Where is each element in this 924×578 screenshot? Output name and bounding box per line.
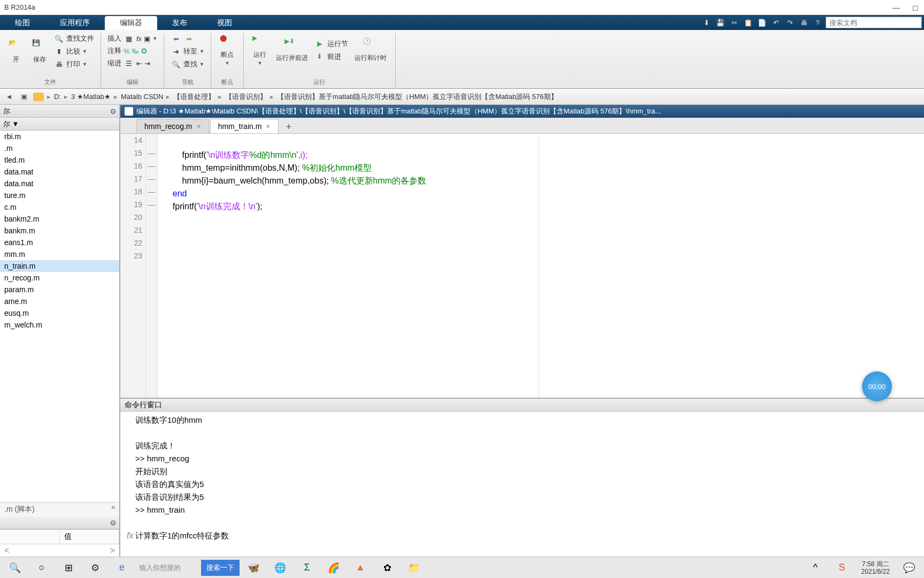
file-item[interactable]: ame.m: [0, 295, 119, 307]
path-seg-3[interactable]: 【语音处理】: [173, 92, 215, 102]
window-title: B R2014a: [4, 3, 35, 11]
tb-search-button[interactable]: 搜索一下: [201, 560, 240, 576]
ws-col-value: 值: [60, 530, 120, 544]
file-item[interactable]: c.m: [0, 201, 119, 213]
editor-tab-0[interactable]: hmm_recog.m×: [136, 119, 209, 133]
file-item[interactable]: rbi.m: [0, 131, 119, 142]
expand-icon[interactable]: ^: [111, 505, 115, 514]
open-button[interactable]: 📂开: [6, 38, 26, 65]
new-tab-button[interactable]: +: [280, 120, 298, 133]
qat-copy-icon[interactable]: 📋: [742, 17, 754, 28]
path-seg-0[interactable]: D:: [54, 93, 61, 101]
taskview-icon[interactable]: ⊞: [56, 558, 81, 577]
group-break-label: 断点: [218, 77, 237, 86]
file-list[interactable]: rbi.m.mtled.mdata.matdata.matture.mc.mba…: [0, 131, 119, 502]
insert-button[interactable]: 插入 ▦ fx ▣ ▼: [107, 33, 157, 44]
app-icon-5[interactable]: ✿: [374, 558, 400, 577]
qat-icon-1[interactable]: ⬇: [700, 17, 712, 28]
code-editor[interactable]: 14151617181920212223 ————— fprintf('\n训练…: [120, 134, 924, 399]
file-item[interactable]: .m: [0, 142, 119, 154]
panel-dropdown-icon[interactable]: ⊙: [110, 107, 116, 115]
path-bar: ◄ ▣ ▸ D:▸ 3 ★Matlab★▸ Matalb CSDN▸ 【语音处理…: [0, 89, 924, 105]
qat-paste-icon[interactable]: 📄: [756, 17, 768, 28]
path-seg-5[interactable]: 【语音识别】基于matlab隐马尔可夫模型（HMM）孤立字语音识别【含Matla…: [277, 92, 557, 102]
ws-left-arrow[interactable]: <: [4, 546, 9, 556]
cmd-header: 命令行窗口: [120, 399, 924, 412]
qat-save-icon[interactable]: 💾: [714, 17, 726, 28]
find-files-button[interactable]: 🔍查找文件: [53, 33, 94, 44]
matlab-icon[interactable]: ▲: [348, 558, 373, 577]
file-item[interactable]: bankm.m: [0, 225, 119, 237]
app-icon-3[interactable]: Σ: [294, 558, 320, 577]
path-back-button[interactable]: ◄: [3, 91, 15, 103]
tab-editor[interactable]: 编辑器: [105, 16, 157, 30]
path-seg-4[interactable]: 【语音识别】: [225, 92, 267, 102]
path-seg-2[interactable]: Matalb CSDN: [121, 93, 163, 101]
file-item[interactable]: n_train.m: [0, 260, 119, 272]
nav-back-button[interactable]: ⬅ ➡: [171, 33, 204, 44]
file-item[interactable]: eans1.m: [0, 237, 119, 248]
tray-app-icon[interactable]: S: [829, 558, 855, 577]
file-item[interactable]: param.m: [0, 284, 119, 295]
clock[interactable]: 7:58 周二 2021/6/22: [856, 560, 895, 575]
file-item[interactable]: tled.m: [0, 154, 119, 166]
compare-button[interactable]: ⬍比较 ▼: [53, 46, 94, 57]
qat-print-icon[interactable]: 🖶: [798, 17, 810, 28]
app-icon-1[interactable]: 🦋: [241, 558, 266, 577]
file-item[interactable]: ture.m: [0, 189, 119, 201]
file-item[interactable]: bankm2.m: [0, 213, 119, 225]
run-button[interactable]: ▶运行▼: [250, 33, 270, 67]
app-icon-2[interactable]: 🌐: [267, 558, 293, 577]
editor-tab-1[interactable]: hmm_train.m×: [210, 119, 279, 133]
run-advance-button[interactable]: ▶⬇运行并前进: [274, 36, 310, 64]
file-item[interactable]: eusq.m: [0, 307, 119, 319]
file-item[interactable]: data.mat: [0, 166, 119, 178]
ie-icon[interactable]: e: [109, 558, 135, 577]
qat-redo-icon[interactable]: ↷: [784, 17, 796, 28]
obs-icon[interactable]: ⚙: [82, 558, 108, 577]
explorer-icon[interactable]: 📁: [401, 558, 427, 577]
minimize-button[interactable]: —: [892, 3, 900, 12]
file-item[interactable]: data.mat: [0, 178, 119, 189]
breakpoint-button[interactable]: ⬤断点▼: [218, 33, 237, 67]
qat-cut-icon[interactable]: ✂: [728, 17, 740, 28]
search-task-icon[interactable]: 🔍: [2, 558, 28, 577]
advance-button[interactable]: ⬇前进: [314, 51, 348, 62]
cortana-icon[interactable]: ○: [29, 558, 55, 577]
close-tab-icon[interactable]: ×: [266, 122, 270, 131]
path-up-button[interactable]: ▣: [18, 91, 30, 103]
compare-icon: ⬍: [53, 46, 64, 57]
file-item[interactable]: mm.m: [0, 248, 119, 260]
command-window[interactable]: 命令行窗口 训练数字10的hmm 训练完成！>> hmm_recog开始识别该语…: [120, 399, 924, 557]
group-file-label: 文件: [6, 77, 94, 86]
notifications-icon[interactable]: 💬: [896, 558, 922, 577]
qat-undo-icon[interactable]: ↶: [770, 17, 782, 28]
tb-search-input[interactable]: 输入你想搜的: [136, 560, 200, 576]
maximize-button[interactable]: ◻: [911, 3, 920, 12]
tab-view[interactable]: 视图: [202, 16, 247, 30]
tab-apps[interactable]: 应用程序: [45, 16, 105, 30]
indent-button[interactable]: 缩进 ☰ ⇤ ⇥: [107, 58, 157, 69]
search-docs-input[interactable]: [826, 17, 922, 28]
path-seg-1[interactable]: 3 ★Matlab★: [71, 93, 111, 101]
tab-publish[interactable]: 发布: [157, 16, 202, 30]
goto-button[interactable]: ➜转至 ▼: [171, 46, 204, 57]
fx-prompt-icon: fx: [127, 531, 133, 541]
app-icon-4[interactable]: 🌈: [321, 558, 346, 577]
name-col-dropdown[interactable]: 尔 ▼: [3, 119, 19, 129]
find-button[interactable]: 🔍查找 ▼: [171, 59, 204, 70]
close-tab-icon[interactable]: ×: [196, 122, 201, 131]
qat-help-icon[interactable]: ?: [812, 17, 823, 28]
save-button[interactable]: 💾保存: [30, 38, 49, 65]
recording-timer[interactable]: 00:00: [862, 371, 892, 401]
print-button[interactable]: 🖶打印 ▼: [53, 59, 94, 70]
ws-dropdown-icon[interactable]: ⊙: [110, 519, 116, 527]
tab-plot[interactable]: 绘图: [0, 16, 45, 30]
tray-up-icon[interactable]: ^: [803, 558, 828, 577]
run-section-button[interactable]: ▶运行节: [314, 39, 348, 49]
file-item[interactable]: m_welch.m: [0, 319, 119, 331]
comment-button[interactable]: 注释 % ‰ ✪: [107, 46, 157, 56]
run-time-button[interactable]: 🕒运行和计时: [352, 36, 389, 64]
ws-right-arrow[interactable]: >: [110, 546, 115, 556]
file-item[interactable]: n_recog.m: [0, 272, 119, 284]
